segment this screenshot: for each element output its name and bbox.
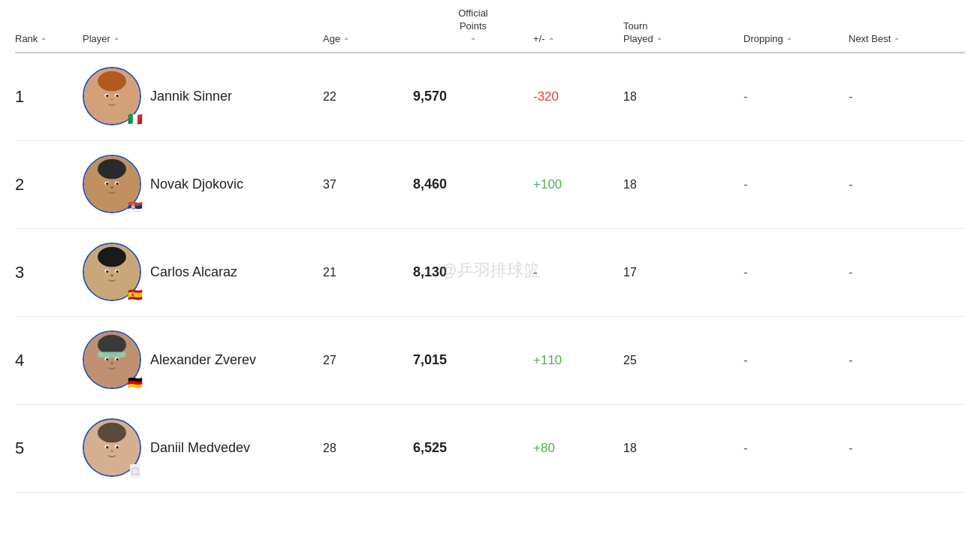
player-cell: 🇩🇪 Alexander Zverev: [83, 330, 323, 391]
tourn-sort-arrow: ⌃: [656, 36, 662, 46]
header-rank[interactable]: Rank ⌃: [15, 33, 83, 46]
rank-cell: 4: [15, 351, 83, 370]
rank-label: Rank: [15, 33, 38, 46]
rank-sort-arrow: ⌃: [41, 36, 47, 46]
flag-badge: 🇪🇸: [126, 289, 144, 301]
header-age[interactable]: Age ⌃: [323, 33, 413, 46]
svg-point-21: [98, 247, 126, 267]
tourn-cell: 18: [623, 442, 743, 455]
avatar: 🇮🇹: [83, 67, 143, 127]
player-name: Novak Djokovic: [150, 176, 243, 192]
svg-point-45: [110, 450, 113, 452]
header-player[interactable]: Player ⌃: [83, 33, 323, 46]
table-header: Rank ⌃ Player ⌃ Age ⌃ OfficialPoints ⌃ +…: [15, 0, 965, 53]
table-row: 1 🇮🇹: [15, 53, 965, 141]
avatar: □: [83, 418, 143, 478]
table-row: 3 🇪🇸: [15, 229, 965, 317]
table-body: 1 🇮🇹: [15, 53, 965, 493]
player-cell: 🇮🇹 Jannik Sinner: [83, 67, 323, 127]
rank-cell: 1: [15, 87, 83, 107]
table-row: 2 🇷🇸: [15, 141, 965, 229]
svg-point-40: [98, 423, 126, 443]
dropping-cell: -: [743, 177, 849, 192]
flag-badge: 🇷🇸: [126, 201, 144, 213]
age-cell: 27: [323, 354, 413, 367]
header-next-best[interactable]: Next Best ⌃: [849, 33, 954, 46]
player-label: Player: [83, 33, 110, 46]
age-cell: 22: [323, 90, 413, 104]
svg-point-7: [116, 94, 118, 97]
points-cell: 9,570: [413, 89, 533, 104]
svg-point-6: [106, 94, 108, 97]
header-dropping[interactable]: Dropping ⌃: [743, 33, 849, 46]
svg-point-12: [98, 159, 126, 179]
rank-cell: 3: [15, 263, 83, 282]
svg-point-15: [106, 182, 108, 185]
next-best-label: Next Best: [849, 33, 891, 46]
change-cell: +110: [533, 353, 623, 368]
rank-cell: 2: [15, 175, 83, 195]
flag-badge: 🇮🇹: [126, 113, 144, 125]
flag-badge: □: [126, 465, 144, 477]
svg-rect-31: [98, 351, 126, 357]
points-cell: 7,015: [413, 352, 533, 368]
svg-point-1: [104, 113, 121, 125]
dropping-label: Dropping: [743, 33, 783, 46]
tourn-cell: 18: [623, 178, 743, 192]
player-name: Carlos Alcaraz: [150, 264, 237, 280]
player-cell: 🇪🇸 Carlos Alcaraz: [83, 243, 323, 303]
tourn-cell: 17: [623, 266, 743, 279]
age-cell: 37: [323, 178, 413, 192]
player-cell: □ Daniil Medvedev: [83, 418, 323, 478]
next-best-sort-arrow: ⌃: [894, 36, 900, 46]
svg-point-30: [98, 335, 126, 355]
next-best-cell: -: [849, 177, 954, 192]
age-cell: 21: [323, 266, 413, 279]
avatar: 🇷🇸: [83, 155, 143, 215]
flag-badge: 🇩🇪: [126, 377, 144, 389]
change-cell: -320: [533, 89, 623, 104]
rank-cell: 5: [15, 439, 83, 458]
next-best-cell: -: [849, 441, 954, 456]
header-tourn-played[interactable]: TournPlayed ⌃: [623, 20, 743, 46]
svg-point-3: [98, 71, 126, 92]
official-points-label: OfficialPoints: [458, 8, 488, 33]
player-name: Daniil Medvedev: [150, 440, 250, 456]
svg-point-44: [116, 445, 118, 448]
svg-point-19: [104, 289, 121, 300]
player-name: Jannik Sinner: [150, 89, 232, 104]
header-official-points[interactable]: OfficialPoints ⌃: [413, 8, 533, 46]
dropping-cell: -: [743, 89, 849, 104]
svg-point-43: [106, 445, 108, 448]
age-cell: 28: [323, 442, 413, 455]
svg-point-35: [116, 357, 118, 361]
svg-point-8: [110, 98, 113, 101]
header-change[interactable]: +/- ⌃: [533, 33, 623, 46]
svg-point-25: [116, 270, 118, 273]
change-label: +/-: [533, 33, 545, 46]
player-name: Alexander Zverev: [150, 352, 256, 368]
next-best-cell: -: [849, 353, 954, 368]
tourn-cell: 18: [623, 90, 743, 104]
svg-point-38: [104, 465, 121, 476]
svg-point-17: [110, 186, 113, 189]
player-sort-arrow: ⌃: [113, 36, 119, 46]
svg-point-26: [110, 274, 113, 276]
points-sort-arrow: ⌃: [470, 36, 476, 46]
points-cell: 8,130: [413, 264, 533, 280]
points-cell: 8,460: [413, 176, 533, 192]
dropping-cell: -: [743, 441, 849, 456]
svg-point-24: [106, 270, 108, 273]
svg-point-10: [104, 201, 121, 213]
change-cell: +100: [533, 177, 623, 192]
svg-point-28: [104, 377, 121, 388]
svg-point-36: [110, 362, 113, 364]
age-sort-arrow: ⌃: [343, 36, 349, 46]
dropping-cell: -: [743, 265, 849, 280]
change-cell: +80: [533, 441, 623, 456]
tourn-cell: 25: [623, 354, 743, 367]
dropping-sort-arrow: ⌃: [786, 36, 792, 46]
svg-point-34: [106, 357, 108, 361]
next-best-cell: -: [849, 265, 954, 280]
age-label: Age: [323, 33, 340, 46]
